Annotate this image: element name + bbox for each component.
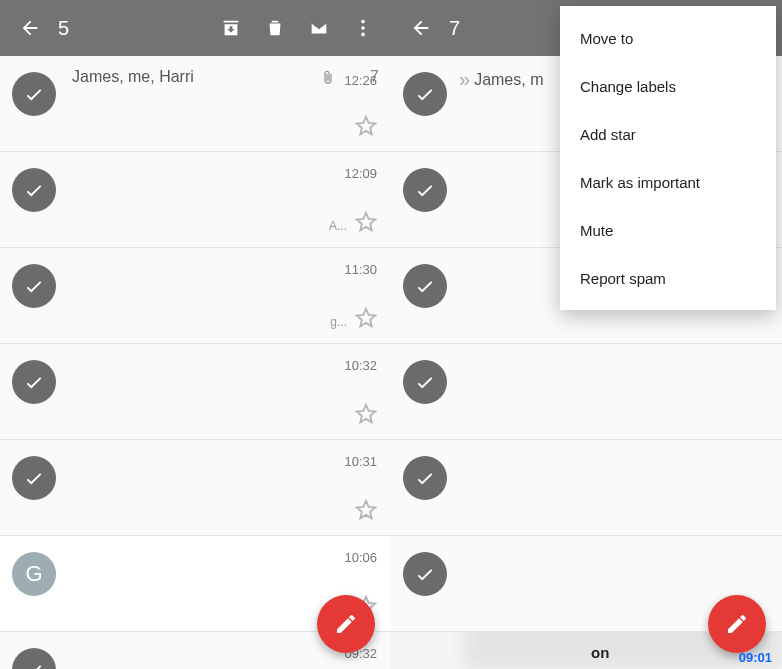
row-meta: 12:26 <box>320 70 377 90</box>
star-icon <box>355 211 377 233</box>
menu-item[interactable]: Change labels <box>560 62 776 110</box>
check-icon <box>414 83 436 105</box>
selection-avatar[interactable] <box>12 168 56 212</box>
compose-icon <box>334 612 358 636</box>
star-button[interactable] <box>355 403 377 429</box>
row-meta: 12:09 <box>344 166 377 181</box>
list-item[interactable]: 10:31 <box>0 440 391 536</box>
selection-avatar[interactable] <box>12 648 56 669</box>
row-meta: 10:06 <box>344 550 377 565</box>
snippet-tail: A... <box>329 219 347 233</box>
selection-avatar[interactable] <box>12 72 56 116</box>
timestamp: 12:09 <box>344 166 377 181</box>
chevron-double-icon: » <box>459 68 470 91</box>
menu-item[interactable]: Mute <box>560 206 776 254</box>
star-button[interactable] <box>355 499 377 525</box>
archive-icon[interactable] <box>209 6 253 50</box>
menu-item[interactable]: Report spam <box>560 254 776 302</box>
check-icon <box>23 467 45 489</box>
list-item[interactable]: James, me, Harri712:26 <box>0 56 391 152</box>
star-icon <box>355 499 377 521</box>
selection-avatar[interactable] <box>403 552 447 596</box>
snippet-tail: g... <box>330 315 347 329</box>
list-item[interactable]: 10:32 <box>0 344 391 440</box>
check-icon <box>23 275 45 297</box>
star-button[interactable] <box>355 307 377 333</box>
back-icon[interactable] <box>8 6 52 50</box>
list-item[interactable]: 12:09A... <box>0 152 391 248</box>
svg-point-0 <box>361 20 365 24</box>
left-pane: 5 James, me, Harri712:2612:09A...11:30g.… <box>0 0 391 669</box>
message-list: James, me, Harri712:2612:09A...11:30g...… <box>0 56 391 669</box>
attachment-icon <box>320 70 336 90</box>
check-icon <box>23 659 45 669</box>
svg-point-2 <box>361 33 365 37</box>
selection-avatar[interactable] <box>403 168 447 212</box>
timestamp: 10:06 <box>344 550 377 565</box>
attachment-icon <box>320 70 336 86</box>
check-icon <box>414 275 436 297</box>
selection-avatar[interactable] <box>12 264 56 308</box>
check-icon <box>414 371 436 393</box>
row-meta: 10:31 <box>344 454 377 469</box>
row-meta: 10:32 <box>344 358 377 373</box>
menu-item[interactable]: Move to <box>560 14 776 62</box>
menu-item[interactable]: Mark as important <box>560 158 776 206</box>
timestamp: 12:26 <box>344 73 377 88</box>
sender-avatar[interactable]: G <box>12 552 56 596</box>
compose-button[interactable] <box>317 595 375 653</box>
row-meta: 11:30 <box>344 262 377 277</box>
check-icon <box>414 179 436 201</box>
check-icon <box>23 179 45 201</box>
selection-avatar[interactable] <box>403 456 447 500</box>
check-icon <box>414 563 436 585</box>
timestamp: 11:30 <box>344 262 377 277</box>
star-button[interactable] <box>355 211 377 237</box>
check-icon <box>414 467 436 489</box>
selection-avatar[interactable] <box>12 456 56 500</box>
more-icon[interactable] <box>341 6 385 50</box>
selection-avatar[interactable] <box>403 264 447 308</box>
star-button[interactable] <box>355 115 377 141</box>
trash-icon[interactable] <box>253 6 297 50</box>
star-icon <box>355 115 377 137</box>
list-item[interactable]: 11:30g... <box>0 248 391 344</box>
star-icon <box>355 403 377 425</box>
menu-item[interactable]: Add star <box>560 110 776 158</box>
list-item[interactable] <box>391 344 782 440</box>
selection-avatar[interactable] <box>12 360 56 404</box>
selection-toolbar: 5 <box>0 0 391 56</box>
compose-button[interactable] <box>708 595 766 653</box>
check-icon <box>23 83 45 105</box>
timestamp: 10:32 <box>344 358 377 373</box>
list-item[interactable] <box>391 440 782 536</box>
compose-icon <box>725 612 749 636</box>
selection-count: 5 <box>58 17 209 40</box>
back-icon[interactable] <box>399 6 443 50</box>
check-icon <box>23 371 45 393</box>
right-pane: 7 »James, m Move toChange labelsAdd star… <box>391 0 782 669</box>
overflow-menu: Move toChange labelsAdd starMark as impo… <box>560 6 776 310</box>
star-icon <box>355 307 377 329</box>
status-clock: 09:01 <box>739 650 772 665</box>
timestamp: 10:31 <box>344 454 377 469</box>
svg-point-1 <box>361 26 365 30</box>
partial-text: on <box>591 644 609 661</box>
mark-unread-icon[interactable] <box>297 6 341 50</box>
selection-avatar[interactable] <box>403 72 447 116</box>
selection-avatar[interactable] <box>403 360 447 404</box>
